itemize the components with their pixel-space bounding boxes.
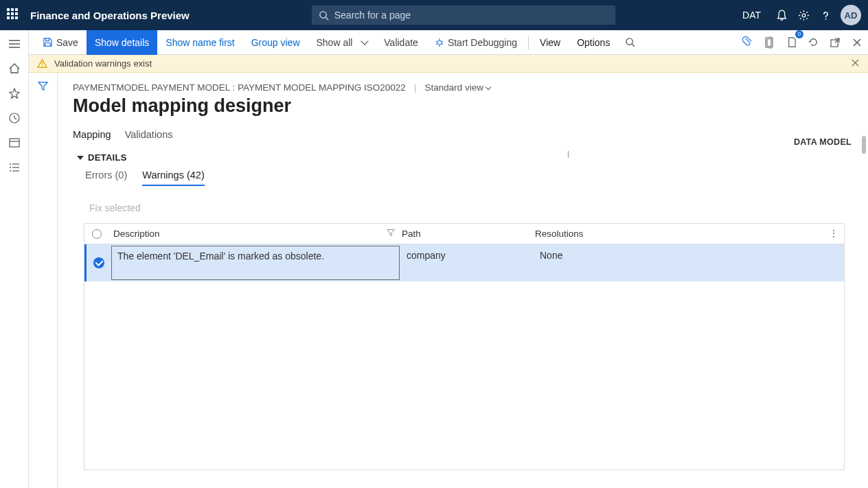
settings-icon[interactable] bbox=[794, 5, 813, 25]
command-bar: Save Show details Show name first Group … bbox=[29, 30, 868, 55]
options-button[interactable]: Options bbox=[569, 30, 618, 55]
grid-row[interactable]: The element 'DEL_Email' is marked as obs… bbox=[84, 244, 844, 281]
save-label: Save bbox=[56, 37, 78, 48]
svg-point-3 bbox=[825, 18, 826, 19]
grid-header: Description Path Resolutions ⋮ bbox=[84, 224, 844, 244]
collapse-icon bbox=[77, 156, 84, 160]
refresh-icon[interactable] bbox=[803, 32, 823, 53]
search-input[interactable] bbox=[334, 10, 608, 21]
column-path[interactable]: Path bbox=[398, 229, 531, 239]
close-icon[interactable] bbox=[847, 32, 867, 53]
popout-icon[interactable] bbox=[825, 32, 845, 53]
workspaces-icon[interactable] bbox=[8, 136, 21, 150]
find-button[interactable] bbox=[619, 30, 641, 55]
divider bbox=[528, 36, 529, 49]
warning-close-icon[interactable] bbox=[851, 58, 860, 69]
global-search[interactable] bbox=[312, 5, 615, 25]
warnings-grid: Description Path Resolutions ⋮ The eleme… bbox=[84, 223, 845, 470]
breadcrumb: PAYMENTMODEL PAYMENT MODEL : PAYMENT MOD… bbox=[73, 82, 854, 93]
select-all-checkbox[interactable] bbox=[84, 229, 109, 239]
tab-mapping[interactable]: Mapping bbox=[73, 129, 111, 143]
svg-rect-8 bbox=[10, 139, 19, 147]
start-debugging-button[interactable]: Start Debugging bbox=[426, 30, 525, 55]
svg-line-20 bbox=[442, 41, 443, 42]
svg-point-10 bbox=[10, 163, 11, 165]
svg-line-19 bbox=[436, 41, 437, 42]
svg-point-11 bbox=[10, 167, 11, 168]
top-nav-bar: Finance and Operations Preview DAT AD bbox=[0, 0, 868, 30]
svg-line-21 bbox=[436, 43, 437, 44]
page-title: Model mapping designer bbox=[73, 95, 854, 117]
details-tabs: Errors (0) Warnings (42) bbox=[85, 170, 854, 186]
svg-line-1 bbox=[326, 17, 328, 20]
column-resolutions[interactable]: Resolutions bbox=[531, 229, 844, 239]
warning-bar: Validation warnings exist bbox=[29, 55, 868, 73]
recent-icon[interactable] bbox=[8, 111, 21, 125]
app-title: Finance and Operations Preview bbox=[30, 10, 190, 21]
cell-description[interactable]: The element 'DEL_Email' is marked as obs… bbox=[111, 246, 400, 280]
messages-icon[interactable]: 0 bbox=[781, 32, 801, 53]
left-rail bbox=[0, 30, 29, 488]
app-launcher-icon[interactable] bbox=[7, 8, 21, 22]
scrollbar-thumb[interactable] bbox=[862, 136, 866, 154]
save-button[interactable]: Save bbox=[34, 30, 87, 55]
breadcrumb-path: PAYMENTMODEL PAYMENT MODEL : PAYMENT MOD… bbox=[73, 82, 406, 93]
tab-errors[interactable]: Errors (0) bbox=[85, 170, 127, 186]
favorites-icon[interactable] bbox=[8, 86, 21, 100]
column-description[interactable]: Description bbox=[109, 229, 398, 239]
view-selector[interactable]: Standard view bbox=[424, 82, 490, 93]
search-icon bbox=[625, 37, 635, 47]
home-icon[interactable] bbox=[8, 62, 21, 75]
fix-selected-button[interactable]: Fix selected bbox=[89, 197, 854, 223]
messages-badge: 0 bbox=[795, 30, 803, 38]
attachments-icon[interactable] bbox=[737, 32, 757, 53]
debug-icon bbox=[435, 38, 444, 47]
modules-icon[interactable] bbox=[8, 161, 21, 174]
chevron-down-icon bbox=[361, 37, 369, 45]
show-name-first-button[interactable]: Show name first bbox=[157, 30, 242, 55]
group-view-button[interactable]: Group view bbox=[243, 30, 308, 55]
pane-resize-handle[interactable] bbox=[567, 147, 571, 154]
hamburger-icon[interactable] bbox=[8, 37, 21, 51]
main-tabs: Mapping Validations bbox=[73, 129, 854, 143]
warning-icon bbox=[37, 58, 47, 69]
user-avatar[interactable]: AD bbox=[841, 5, 861, 25]
search-icon bbox=[319, 10, 329, 21]
svg-line-22 bbox=[442, 43, 443, 44]
svg-point-0 bbox=[320, 11, 326, 17]
svg-point-29 bbox=[42, 66, 43, 67]
company-selector[interactable]: DAT bbox=[742, 10, 761, 21]
content-region: PAYMENTMODEL PAYMENT MODEL : PAYMENT MOD… bbox=[29, 73, 868, 488]
tab-validations[interactable]: Validations bbox=[125, 129, 173, 143]
svg-point-2 bbox=[802, 14, 806, 17]
svg-point-12 bbox=[10, 170, 11, 172]
chevron-down-icon bbox=[486, 84, 491, 89]
filter-icon[interactable] bbox=[38, 81, 48, 488]
show-all-button[interactable]: Show all bbox=[308, 30, 376, 55]
details-header[interactable]: DETAILS bbox=[77, 152, 854, 163]
column-menu-icon[interactable]: ⋮ bbox=[829, 228, 838, 239]
svg-point-23 bbox=[626, 38, 632, 45]
tab-warnings[interactable]: Warnings (42) bbox=[142, 170, 205, 186]
office-icon[interactable] bbox=[759, 32, 779, 53]
row-checkbox[interactable] bbox=[87, 244, 111, 281]
data-model-panel-title: DATA MODEL bbox=[794, 137, 852, 147]
save-icon bbox=[43, 37, 53, 47]
column-filter-icon[interactable] bbox=[387, 229, 395, 239]
svg-line-24 bbox=[632, 44, 635, 47]
cell-resolutions: None bbox=[536, 244, 844, 281]
show-details-button[interactable]: Show details bbox=[87, 30, 157, 55]
warning-message: Validation warnings exist bbox=[54, 58, 152, 69]
help-icon[interactable] bbox=[816, 5, 835, 25]
notifications-icon[interactable] bbox=[772, 5, 791, 25]
filter-pane-strip bbox=[29, 73, 58, 488]
view-button[interactable]: View bbox=[532, 30, 569, 55]
validate-button[interactable]: Validate bbox=[376, 30, 426, 55]
cell-path: company bbox=[402, 244, 536, 281]
svg-point-16 bbox=[437, 40, 442, 44]
